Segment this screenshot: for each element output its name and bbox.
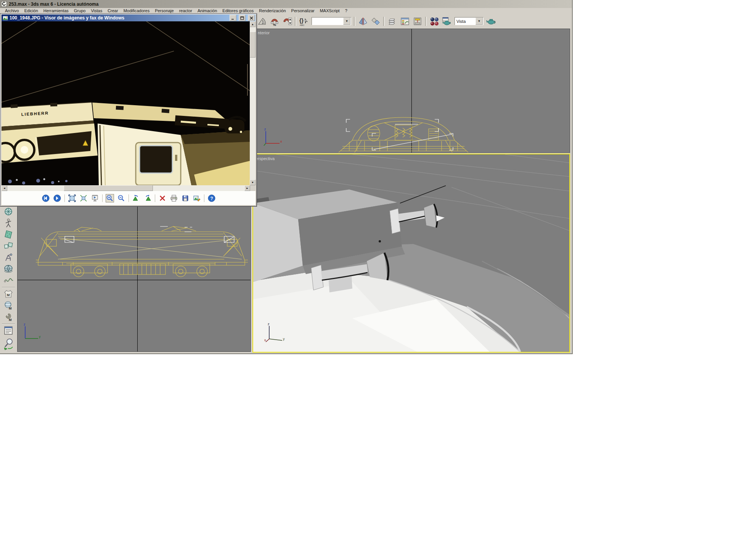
side-axis-tripod: z y xyxy=(21,323,42,343)
toolbar-separator xyxy=(383,17,385,26)
reactor-cloth-modifier-icon[interactable]: M xyxy=(2,289,14,299)
next-image-button[interactable] xyxy=(53,194,61,202)
zoom-in-button[interactable] xyxy=(106,194,114,202)
perspective-scene xyxy=(253,154,569,352)
minimize-button[interactable] xyxy=(230,15,236,21)
quick-render-icon[interactable] xyxy=(486,16,496,26)
reactor-toolbar-separator xyxy=(2,287,15,288)
mirror-icon[interactable] xyxy=(358,16,368,26)
align-icon[interactable] xyxy=(371,16,381,26)
max-menu-bar: Archivo Edición Herramientas Grupo Vista… xyxy=(0,8,572,13)
close-button[interactable] xyxy=(248,15,255,21)
percent-snap-icon[interactable]: % xyxy=(270,16,280,26)
reactor-spring-icon[interactable] xyxy=(2,275,14,286)
maximize-button[interactable] xyxy=(239,15,246,21)
viewport-front-label[interactable]: nterior xyxy=(258,30,270,35)
layer-manager-icon[interactable] xyxy=(387,16,397,26)
viewport-dropdown[interactable]: Vista ▼ xyxy=(455,17,484,25)
menu-grupo[interactable]: Grupo xyxy=(71,8,88,13)
menu-maxscript[interactable]: MAXScript xyxy=(317,8,342,13)
menu-vistas[interactable]: Vistas xyxy=(88,8,105,13)
angle-snap-icon[interactable] xyxy=(257,16,267,26)
menu-animacion[interactable]: Animación xyxy=(195,8,220,13)
viewport-perspective-label[interactable]: erspectiva xyxy=(255,156,275,161)
menu-archivo[interactable]: Archivo xyxy=(2,8,22,13)
photo-horizontal-scrollbar[interactable]: ◄ ► xyxy=(2,185,250,191)
spinner-snap-icon[interactable] xyxy=(282,16,292,26)
perspective-axis-tripod: z y x xyxy=(264,321,287,344)
side-wireframe xyxy=(36,223,249,284)
rotate-counterclockwise-button[interactable] xyxy=(132,194,140,202)
save-button[interactable] xyxy=(181,194,190,202)
viewer-window-title: 100_1948.JPG - Visor de imágenes y fax d… xyxy=(10,15,228,21)
vertical-scroll-thumb[interactable] xyxy=(250,32,255,58)
horizontal-scroll-thumb[interactable] xyxy=(64,185,153,191)
reactor-character-icon[interactable] xyxy=(2,218,14,228)
reactor-analyze-icon[interactable] xyxy=(2,337,14,351)
menu-modificadores[interactable]: Modificadores xyxy=(121,8,152,13)
previous-image-button[interactable] xyxy=(42,194,50,202)
reactor-motor-icon[interactable] xyxy=(2,263,14,274)
svg-text:M: M xyxy=(9,318,12,322)
max-titlebar[interactable]: 253.max - 3ds max 6 - Licencia autónoma xyxy=(0,0,572,8)
viewer-titlebar[interactable]: 100_1948.JPG - Visor de imágenes y fax d… xyxy=(2,14,255,21)
zoom-out-button[interactable] xyxy=(117,194,125,202)
scroll-up-button[interactable]: ▲ xyxy=(250,21,255,27)
svg-text:z: z xyxy=(24,323,26,326)
menu-reactor[interactable]: reactor xyxy=(177,8,195,13)
svg-text:x: x xyxy=(264,338,266,342)
viewer-toolbar-separator xyxy=(204,194,204,202)
print-button[interactable] xyxy=(170,194,178,202)
reactor-preview-icon[interactable] xyxy=(2,206,14,217)
viewer-toolbar: ? xyxy=(2,191,255,205)
toolbar-separator xyxy=(354,17,355,26)
svg-text:x: x xyxy=(280,140,282,143)
best-fit-button[interactable] xyxy=(68,194,76,202)
viewport-front[interactable]: nterior z x xyxy=(252,29,570,153)
curve-editor-icon[interactable] xyxy=(400,16,410,26)
reactor-softbody-modifier-icon[interactable]: M xyxy=(2,300,14,311)
svg-text:M: M xyxy=(7,293,10,297)
menu-herramientas[interactable]: Herramientas xyxy=(41,8,71,13)
selection-set-dropdown[interactable]: ▼ xyxy=(312,17,351,25)
scroll-right-button[interactable]: ► xyxy=(244,185,250,191)
start-slideshow-button[interactable] xyxy=(91,194,99,202)
viewport-dropdown-arrow[interactable]: ▼ xyxy=(476,18,483,25)
viewer-toolbar-separator xyxy=(64,194,65,202)
rotate-clockwise-button[interactable] xyxy=(143,194,152,202)
svg-text:ABC: ABC xyxy=(300,24,305,26)
actual-size-button[interactable] xyxy=(79,194,88,202)
photo-vertical-scrollbar[interactable]: ▲ ▼ xyxy=(250,21,255,185)
menu-edicion[interactable]: Edición xyxy=(22,8,41,13)
help-button[interactable]: ? xyxy=(207,194,216,202)
viewer-toolbar-separator xyxy=(129,194,129,202)
svg-text:{}: {} xyxy=(299,18,304,24)
svg-text:?: ? xyxy=(210,196,213,201)
menu-editores-graficos[interactable]: Editores gráficos xyxy=(220,8,256,13)
viewer-toolbar-separator xyxy=(155,194,155,202)
named-selection-sets-icon[interactable]: {}ABC xyxy=(299,16,309,26)
menu-ayuda[interactable]: ? xyxy=(342,8,350,13)
delete-button[interactable] xyxy=(158,194,167,202)
photo-canvas[interactable]: LIEBHERR xyxy=(2,21,250,185)
edit-button[interactable] xyxy=(193,194,201,202)
reactor-constraint-icon[interactable] xyxy=(2,252,14,263)
toolbar-separator xyxy=(425,17,427,26)
viewport-perspective[interactable]: erspectiva xyxy=(252,154,570,353)
reactor-rigidbody-icon[interactable] xyxy=(2,241,14,251)
menu-renderizacion[interactable]: Renderización xyxy=(256,8,288,13)
menu-crear[interactable]: Crear xyxy=(105,8,121,13)
reactor-plane-icon[interactable] xyxy=(2,229,14,240)
selection-set-dropdown-arrow[interactable]: ▼ xyxy=(343,18,350,25)
menu-personalizar[interactable]: Personalizar xyxy=(289,8,317,13)
scroll-left-button[interactable]: ◄ xyxy=(2,185,7,191)
schematic-view-icon[interactable] xyxy=(413,16,422,26)
material-editor-icon[interactable] xyxy=(429,16,439,26)
reactor-rope-modifier-icon[interactable]: M xyxy=(2,311,14,322)
max-toolbar-icons: % {}ABC ▼ xyxy=(257,15,496,27)
menu-personaje[interactable]: Personaje xyxy=(152,8,177,13)
render-scene-icon[interactable] xyxy=(442,16,452,26)
reactor-property-editor-icon[interactable] xyxy=(2,325,14,336)
viewer-app-icon xyxy=(3,16,8,21)
scroll-down-button[interactable]: ▼ xyxy=(250,180,255,185)
